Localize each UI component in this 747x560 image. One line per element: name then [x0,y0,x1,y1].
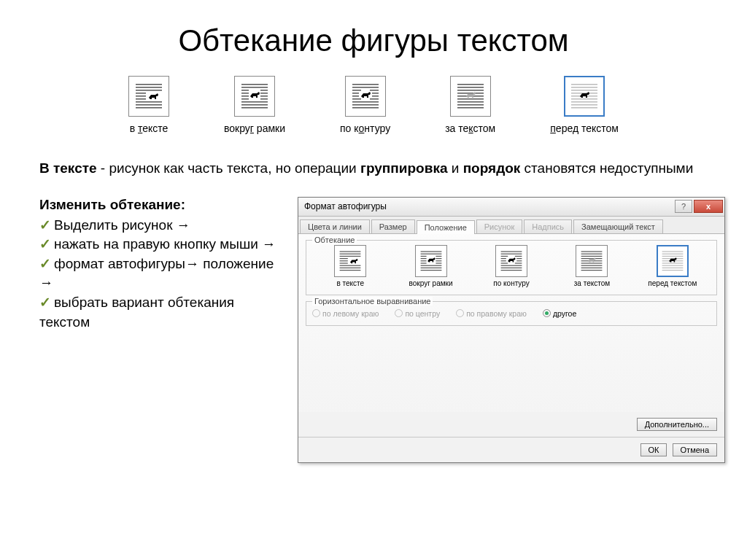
dlg-wrap-behind[interactable]: за текстом [554,245,630,287]
wrap-option-label: перед текстом [550,122,619,134]
format-autoshape-dialog: Формат автофигуры ? x Цвета и линии Разм… [298,197,725,463]
dlg-wrap-square[interactable]: вокруг рамки [392,245,468,287]
dlg-wrap-front[interactable]: перед текстом [635,245,711,287]
dlg-wrap-inline[interactable]: в тексте [312,245,388,287]
wrap-behind-icon [580,249,603,273]
dlg-wrap-label: по контуру [473,279,549,287]
wrap-options-row: в тексте вокруг рамки по контуру за текс… [0,76,747,134]
list-item: нажать на правую кнопку мыши → [39,235,280,254]
wrap-option-behind[interactable]: за текстом [445,76,495,134]
dlg-wrap-label: перед текстом [635,279,711,287]
wrap-square-icon [240,82,269,111]
tab-alt-text[interactable]: Замещающий текст [573,219,663,233]
dlg-wrap-label: вокруг рамки [392,279,468,287]
dlg-wrap-label: за текстом [554,279,630,287]
radio-align-other[interactable]: другое [543,309,576,318]
instructions-list: Выделить рисунок → нажать на правую кноп… [39,216,280,332]
dialog-tabs: Цвета и линии Размер Положение Рисунок Н… [298,217,724,234]
wrap-option-label: вокруг рамки [224,122,285,134]
dialog-title: Формат автофигуры [304,201,387,211]
instructions-column: Изменить обтекание: Выделить рисунок → н… [39,197,280,463]
tab-size[interactable]: Размер [371,219,415,233]
wrap-inline-icon [338,249,362,273]
radio-align-left: по левому краю [312,309,379,318]
wrap-tight-icon [351,82,380,111]
wrap-option-label: по контуру [340,122,390,134]
wrap-square-icon [419,249,443,273]
dialog-titlebar: Формат автофигуры ? x [298,198,724,217]
wrap-tight-icon [500,249,523,273]
wrap-option-label: в тексте [128,122,169,134]
align-group-legend: Горизонтальное выравнивание [312,297,433,306]
wrap-behind-icon [456,82,485,111]
radio-align-right: по правому краю [456,309,527,318]
list-item: формат автофигуры→ положение → [39,254,280,293]
tab-caption: Надпись [524,219,572,233]
wrap-option-label: за текстом [445,122,495,134]
wrap-group-legend: Обтекание [312,236,357,244]
wrap-option-inline[interactable]: в тексте [128,76,169,134]
wrap-group: Обтекание в тексте вокруг рамки по конту… [306,240,717,295]
wrap-option-square[interactable]: вокруг рамки [224,76,285,134]
radio-align-center: по центру [395,309,440,318]
tab-colors-lines[interactable]: Цвета и линии [300,219,370,233]
tab-picture: Рисунок [476,219,523,233]
align-group: Горизонтальное выравнивание по левому кр… [306,301,717,326]
close-button[interactable]: x [694,200,723,213]
dlg-wrap-label: в тексте [312,279,388,287]
ok-button[interactable]: ОК [640,443,667,456]
description-paragraph: В тексте - рисунок как часть текста, но … [39,159,708,178]
wrap-front-icon [570,82,599,111]
wrap-option-tight[interactable]: по контуру [340,76,390,134]
wrap-inline-icon [134,82,163,111]
list-item: Выделить рисунок → [39,216,280,236]
slide-title: Обтекание фигуры текстом [0,23,747,58]
instructions-title: Изменить обтекание: [39,197,280,213]
list-item: выбрать вариант обтекания текстом [39,293,280,332]
wrap-front-icon [661,249,684,273]
dlg-wrap-tight[interactable]: по контуру [473,245,549,287]
help-button[interactable]: ? [675,200,692,213]
more-button[interactable]: Дополнительно... [637,418,717,431]
cancel-button[interactable]: Отмена [673,443,717,456]
tab-position[interactable]: Положение [417,220,475,234]
wrap-option-front[interactable]: перед текстом [550,76,619,134]
